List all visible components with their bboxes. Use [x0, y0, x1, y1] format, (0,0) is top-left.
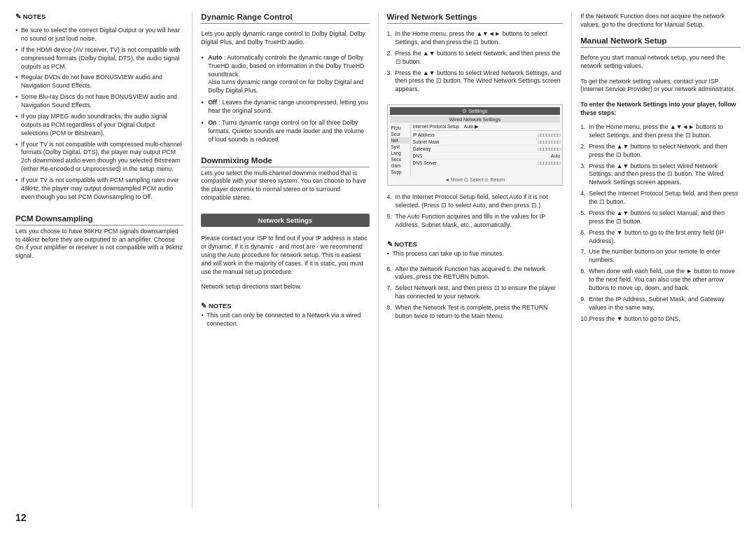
auto-label: Auto	[208, 54, 222, 61]
manual-step: Press the ▼ button to go to the first en…	[580, 229, 741, 246]
dynamic-options: Auto : Automatically controls the dynami…	[201, 54, 369, 148]
manual-steps: In the Home menu, press the ▲▼◄► buttons…	[580, 123, 741, 326]
wired-steps-end: After the Network Function has acquired …	[387, 265, 564, 324]
downmix-text: Lets you select the multi-channel downmi…	[201, 169, 369, 203]
wired-step: The Auto Function acquires and fills in …	[387, 213, 564, 230]
manual-para2: To get the network setting values, conta…	[580, 78, 741, 95]
manual-step: Press the ▼ button to go to DNS.	[580, 315, 741, 324]
note-item-3: This process can take up to five minutes…	[387, 250, 564, 258]
on-text: Turns dynamic range control on for all t…	[208, 119, 364, 143]
column-2: Dynamic Range Control Lets you apply dyn…	[201, 13, 369, 508]
note-item: If your TV is not compatible with PCM sa…	[15, 176, 183, 202]
auto-option: Auto : Automatically controls the dynami…	[201, 54, 369, 95]
manual-title: Manual Network Setup	[580, 36, 741, 48]
wired-step: In the Home menu, press the ▲▼◄► buttons…	[387, 30, 564, 47]
manual-bold: To enter the Network Settings into your …	[580, 101, 741, 117]
manual-step: Press the ▲▼ buttons to select Network, …	[580, 143, 741, 160]
auto-also: Also turns dynamic range control on for …	[208, 78, 363, 94]
notes-header-2: ✎ NOTES	[201, 302, 369, 310]
settings-img-subtitle: Wired Network Settings	[390, 116, 561, 123]
manual-step: Select the Internet Protocol Setup field…	[580, 190, 741, 207]
wired-title: Wired Network Settings	[387, 13, 564, 24]
settings-screenshot: ⊙ Settings Wired Network Settings Pictu …	[387, 104, 564, 186]
notes-icon-3: ✎ NOTES	[387, 240, 417, 248]
notes-icon-1: ✎ NOTES	[15, 13, 46, 20]
manual-step: When done with each field, use the ► but…	[580, 268, 741, 293]
off-text: Leaves the dynamic range uncompressed, l…	[208, 99, 368, 114]
off-option: Off : Leaves the dynamic range uncompres…	[201, 99, 369, 116]
on-label: On	[208, 119, 216, 126]
network-settings-box: Network Settings	[201, 214, 369, 227]
settings-img-title: ⊙ Settings	[390, 107, 561, 115]
manual-step-10-text: Press the ▼ button to go to DNS.	[589, 315, 680, 322]
notes-list-1: Be sure to select the correct Digital Ou…	[15, 27, 183, 205]
column-3: Wired Network Settings In the Home menu,…	[387, 13, 564, 508]
wired-steps-cont: In the Internet Protocol Setup field, se…	[387, 193, 564, 233]
manual-step: In the Home menu, press the ▲▼◄► buttons…	[580, 123, 741, 140]
notes-icon-2: ✎ NOTES	[201, 302, 231, 310]
pcm-text: Lets you choose to have 96KHz PCM signal…	[15, 228, 183, 261]
downmix-title: Downmixing Mode	[201, 156, 369, 167]
network-intro: Please contact your ISP to find out if y…	[201, 235, 369, 276]
dynamic-range-title: Dynamic Range Control	[201, 13, 369, 24]
note-item: Regular DVDs do not have BONUSVIEW audio…	[15, 74, 183, 90]
wired-step: Select Network test, and then press ⊡ to…	[387, 284, 564, 301]
note-item-2: This unit can only be connected to a Net…	[201, 312, 369, 328]
settings-footer: ◄ Move ⊡ Select ⊙ Return	[390, 177, 561, 183]
manual-step: Use the number buttons on your remote to…	[580, 248, 741, 265]
auto-text: Automatically controls the dynamic range…	[208, 54, 364, 78]
notes-list-3: This process can take up to five minutes…	[387, 250, 564, 258]
page: ✎ NOTES Be sure to select the correct Di…	[0, 0, 756, 533]
note-item: If your TV is not compatible with compre…	[15, 141, 183, 174]
dynamic-intro: Lets you apply dynamic range control to …	[201, 30, 369, 47]
pcm-title: PCM Downsampling	[15, 214, 183, 226]
wired-step: In the Internet Protocol Setup field, se…	[387, 193, 564, 210]
page-number: 12	[15, 512, 741, 523]
column-4: If the Network Function does not acquire…	[580, 13, 741, 508]
note-item: Some Blu-ray Discs do not have BONUSVIEW…	[15, 93, 183, 110]
wired-step: When the Network Test is complete, press…	[387, 304, 564, 321]
notes-header-3: ✎ NOTES	[387, 240, 564, 248]
wired-step: Press the ▲▼ buttons to select Wired Net…	[387, 69, 564, 95]
manual-step: Press the ▲▼ buttons to select Manual, a…	[580, 209, 741, 226]
on-option: On : Turns dynamic range control on for …	[201, 119, 369, 144]
note-item: If you play MPEG audio soundtracks, the …	[15, 113, 183, 138]
note-item: Be sure to select the correct Digital Ou…	[15, 27, 183, 43]
network-directions: Network setup directions start below.	[201, 283, 369, 291]
wired-steps: In the Home menu, press the ▲▼◄► buttons…	[387, 30, 564, 97]
network-note: If the Network Function does not acquire…	[580, 13, 741, 29]
manual-intro: Before you start manual network setup, y…	[580, 54, 741, 71]
notes-list-2: This unit can only be connected to a Net…	[201, 312, 369, 328]
manual-step: Press the ▲▼ buttons to select Wired Net…	[580, 162, 741, 188]
off-label: Off	[208, 99, 217, 106]
column-1: ✎ NOTES Be sure to select the correct Di…	[15, 13, 183, 508]
note-item: If the HDMI device (AV receiver, TV) is …	[15, 46, 183, 71]
manual-step: Enter the IP Address, Subnet Mask, and G…	[580, 296, 741, 312]
wired-step: Press the ▲▼ buttons to select Network, …	[387, 50, 564, 67]
wired-step: After the Network Function has acquired …	[387, 265, 564, 282]
notes-header-1: ✎ NOTES	[15, 13, 183, 20]
